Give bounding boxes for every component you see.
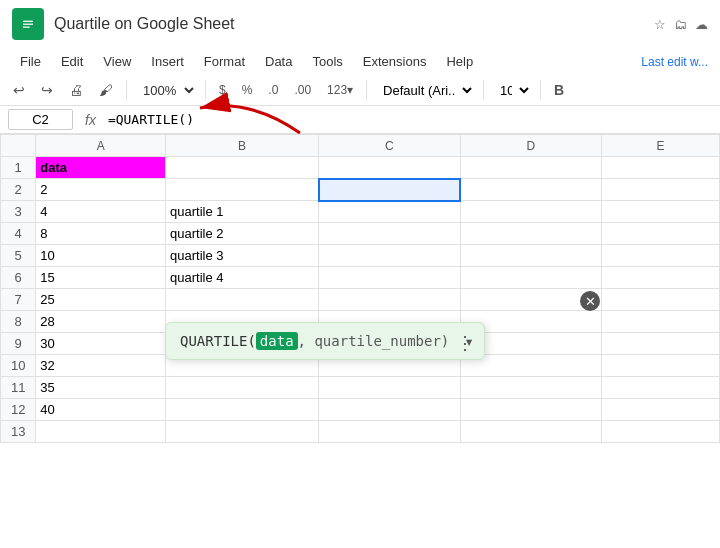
cell-a8[interactable]: 28 [36, 311, 166, 333]
menu-bar: File Edit View Insert Format Data Tools … [0, 48, 720, 75]
col-header-b[interactable]: B [166, 135, 319, 157]
print-button[interactable]: 🖨 [64, 79, 88, 101]
cell-c1[interactable] [319, 157, 460, 179]
decimal-less-button[interactable]: .0 [263, 80, 283, 100]
cell-e2[interactable] [602, 179, 720, 201]
menu-file[interactable]: File [12, 50, 49, 73]
table-row: 1 data [1, 157, 720, 179]
cell-d5[interactable] [460, 245, 601, 267]
cell-a13[interactable] [36, 421, 166, 443]
cell-b6[interactable]: quartile 4 [166, 267, 319, 289]
cell-d4[interactable] [460, 223, 601, 245]
cell-d13[interactable] [460, 421, 601, 443]
formula-input[interactable] [108, 112, 712, 127]
decimal-more-button[interactable]: .00 [289, 80, 316, 100]
more-options-button[interactable]: ⋮ [456, 332, 474, 353]
cell-c6[interactable] [319, 267, 460, 289]
cell-c7[interactable] [319, 289, 460, 311]
cell-e11[interactable] [602, 377, 720, 399]
cell-e9[interactable] [602, 333, 720, 355]
zoom-selector[interactable]: 100% [135, 80, 197, 101]
col-header-c[interactable]: C [319, 135, 460, 157]
menu-tools[interactable]: Tools [304, 50, 350, 73]
cell-a12[interactable]: 40 [36, 399, 166, 421]
paint-format-button[interactable]: 🖌 [94, 79, 118, 101]
menu-insert[interactable]: Insert [143, 50, 192, 73]
menu-format[interactable]: Format [196, 50, 253, 73]
star-icon[interactable]: ☆ [654, 17, 666, 32]
cell-d1[interactable] [460, 157, 601, 179]
row-header-11: 11 [1, 377, 36, 399]
cell-a2[interactable]: 2 [36, 179, 166, 201]
cell-d12[interactable] [460, 399, 601, 421]
divider-3 [366, 80, 367, 100]
cell-a5[interactable]: 10 [36, 245, 166, 267]
bold-button[interactable]: B [549, 79, 569, 101]
cell-b2[interactable] [166, 179, 319, 201]
undo-button[interactable]: ↩ [8, 79, 30, 101]
cell-d6[interactable] [460, 267, 601, 289]
fx-icon: fx [81, 112, 100, 128]
cloud-icon[interactable]: ☁ [695, 17, 708, 32]
cell-e7[interactable] [602, 289, 720, 311]
col-header-e[interactable]: E [602, 135, 720, 157]
folder-icon[interactable]: 🗂 [674, 17, 687, 32]
font-size-selector[interactable]: 10 [492, 80, 532, 101]
cell-b7[interactable] [166, 289, 319, 311]
cell-b1[interactable] [166, 157, 319, 179]
cell-c13[interactable] [319, 421, 460, 443]
cell-e6[interactable] [602, 267, 720, 289]
format-123-button[interactable]: 123▾ [322, 80, 358, 100]
divider-5 [540, 80, 541, 100]
cell-c4[interactable] [319, 223, 460, 245]
cell-b3[interactable]: quartile 1 [166, 201, 319, 223]
divider-4 [483, 80, 484, 100]
cell-c2[interactable] [319, 179, 460, 201]
cell-e13[interactable] [602, 421, 720, 443]
last-edit-text: Last edit w... [641, 55, 708, 69]
cell-e3[interactable] [602, 201, 720, 223]
svg-rect-3 [23, 27, 30, 28]
menu-help[interactable]: Help [438, 50, 481, 73]
cell-a4[interactable]: 8 [36, 223, 166, 245]
cell-e1[interactable] [602, 157, 720, 179]
cell-a6[interactable]: 15 [36, 267, 166, 289]
cell-c11[interactable] [319, 377, 460, 399]
cell-a3[interactable]: 4 [36, 201, 166, 223]
cell-d11[interactable] [460, 377, 601, 399]
cell-c3[interactable] [319, 201, 460, 223]
cell-reference-input[interactable] [8, 109, 73, 130]
cell-e10[interactable] [602, 355, 720, 377]
cell-b12[interactable] [166, 399, 319, 421]
menu-extensions[interactable]: Extensions [355, 50, 435, 73]
menu-edit[interactable]: Edit [53, 50, 91, 73]
cell-b4[interactable]: quartile 2 [166, 223, 319, 245]
cell-a1[interactable]: data [36, 157, 166, 179]
redo-button[interactable]: ↪ [36, 79, 58, 101]
cell-e8[interactable] [602, 311, 720, 333]
menu-data[interactable]: Data [257, 50, 300, 73]
row-header-1: 1 [1, 157, 36, 179]
cell-a7[interactable]: 25 [36, 289, 166, 311]
cell-b13[interactable] [166, 421, 319, 443]
col-header-a[interactable]: A [36, 135, 166, 157]
cell-d2[interactable] [460, 179, 601, 201]
cell-a9[interactable]: 30 [36, 333, 166, 355]
cell-c5[interactable] [319, 245, 460, 267]
cell-e12[interactable] [602, 399, 720, 421]
cell-b11[interactable] [166, 377, 319, 399]
percent-button[interactable]: % [237, 80, 258, 100]
cell-c12[interactable] [319, 399, 460, 421]
cell-b5[interactable]: quartile 3 [166, 245, 319, 267]
cell-d3[interactable] [460, 201, 601, 223]
menu-view[interactable]: View [95, 50, 139, 73]
cell-e5[interactable] [602, 245, 720, 267]
font-family-selector[interactable]: Default (Ari... [375, 80, 475, 101]
table-row: 11 35 [1, 377, 720, 399]
close-popup-button[interactable]: ✕ [580, 291, 600, 311]
cell-a11[interactable]: 35 [36, 377, 166, 399]
currency-button[interactable]: $ [214, 80, 231, 100]
cell-e4[interactable] [602, 223, 720, 245]
cell-a10[interactable]: 32 [36, 355, 166, 377]
col-header-d[interactable]: D [460, 135, 601, 157]
